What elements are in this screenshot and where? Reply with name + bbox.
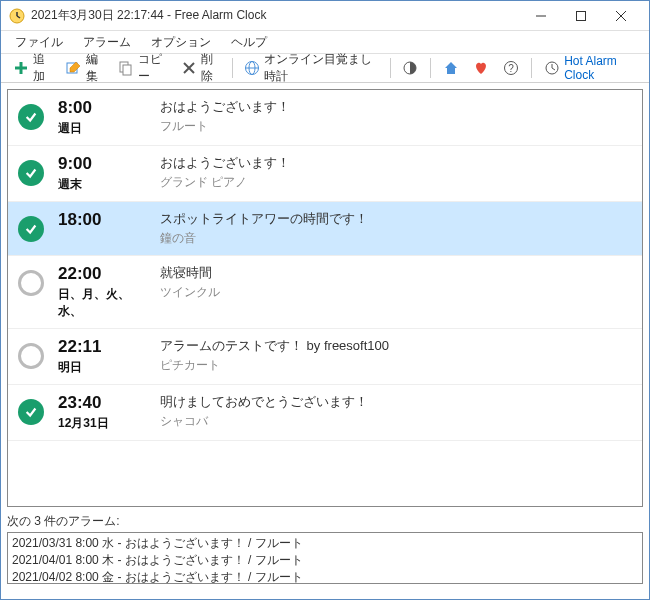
- add-label: 追加: [33, 51, 52, 85]
- time-column: 9:00週末: [58, 154, 148, 193]
- heart-button[interactable]: [467, 57, 495, 79]
- status-enabled-icon[interactable]: [18, 160, 44, 186]
- close-button[interactable]: [601, 2, 641, 30]
- next-alarms-box: 2021/03/31 8:00 水 - おはようございます！ / フルート202…: [7, 532, 643, 584]
- alarm-row[interactable]: 23:4012月31日明けましておめでとうございます！シャコバ: [8, 385, 642, 441]
- next-item: 2021/03/31 8:00 水 - おはようございます！ / フルート: [12, 535, 638, 552]
- next-item: 2021/04/01 8:00 木 - おはようございます！ / フルート: [12, 552, 638, 569]
- status-disabled-icon[interactable]: [18, 270, 44, 296]
- x-icon: [181, 60, 197, 76]
- toolbar: 追加 編集 コピー 削除 オンライン目覚まし時計 ? Hot Alarm Clo…: [1, 53, 649, 83]
- contrast-icon: [402, 60, 418, 76]
- heart-icon: [473, 60, 489, 76]
- time-column: 8:00週日: [58, 98, 148, 137]
- alarm-sound: シャコバ: [160, 413, 632, 430]
- alarm-days: 週日: [58, 120, 148, 137]
- status-enabled-icon[interactable]: [18, 216, 44, 242]
- copy-button[interactable]: コピー: [112, 48, 173, 88]
- message-column: 就寝時間ツインクル: [160, 264, 632, 301]
- alarm-time: 22:00: [58, 264, 148, 284]
- window-controls: [521, 2, 641, 30]
- status-enabled-icon[interactable]: [18, 104, 44, 130]
- separator: [430, 58, 431, 78]
- question-icon: ?: [503, 60, 519, 76]
- alarm-row[interactable]: 22:11明日アラームのテストです！ by freesoft100ピチカート: [8, 329, 642, 385]
- alarm-time: 8:00: [58, 98, 148, 118]
- alarm-days: 週末: [58, 176, 148, 193]
- alarm-sound: グランド ピアノ: [160, 174, 632, 191]
- alarm-row[interactable]: 8:00週日おはようございます！フルート: [8, 90, 642, 146]
- alarm-message: おはようございます！: [160, 154, 632, 172]
- alarm-row[interactable]: 22:00日、月、火、水、就寝時間ツインクル: [8, 256, 642, 329]
- alarm-row[interactable]: 9:00週末おはようございます！グランド ピアノ: [8, 146, 642, 202]
- delete-button[interactable]: 削除: [175, 48, 226, 88]
- alarm-message: おはようございます！: [160, 98, 632, 116]
- time-column: 23:4012月31日: [58, 393, 148, 432]
- svg-text:?: ?: [509, 63, 515, 74]
- svg-line-22: [552, 68, 555, 70]
- alarm-sound: 鐘の音: [160, 230, 632, 247]
- titlebar: 2021年3月30日 22:17:44 - Free Alarm Clock: [1, 1, 649, 31]
- status-enabled-icon[interactable]: [18, 399, 44, 425]
- alarm-days: 12月31日: [58, 415, 148, 432]
- alarm-time: 18:00: [58, 210, 148, 230]
- svg-rect-11: [123, 65, 131, 75]
- separator: [390, 58, 391, 78]
- edit-label: 編集: [86, 51, 105, 85]
- next-item: 2021/04/02 8:00 金 - おはようございます！ / フルート: [12, 569, 638, 584]
- clock-icon: [544, 60, 560, 76]
- message-column: おはようございます！フルート: [160, 98, 632, 135]
- home-icon: [443, 60, 459, 76]
- plus-icon: [13, 60, 29, 76]
- separator: [531, 58, 532, 78]
- add-button[interactable]: 追加: [7, 48, 58, 88]
- window-title: 2021年3月30日 22:17:44 - Free Alarm Clock: [31, 7, 521, 24]
- minimize-button[interactable]: [521, 2, 561, 30]
- alarm-sound: ツインクル: [160, 284, 632, 301]
- alarm-message: 明けましておめでとうございます！: [160, 393, 632, 411]
- contrast-button[interactable]: [396, 57, 424, 79]
- help-button[interactable]: ?: [497, 57, 525, 79]
- time-column: 22:11明日: [58, 337, 148, 376]
- status-disabled-icon[interactable]: [18, 343, 44, 369]
- online-button[interactable]: オンライン目覚まし時計: [238, 48, 383, 88]
- alarm-days: 日、月、火、水、: [58, 286, 148, 320]
- alarm-row[interactable]: 18:00スポットライトアワーの時間です！鐘の音: [8, 202, 642, 256]
- alarm-sound: フルート: [160, 118, 632, 135]
- maximize-button[interactable]: [561, 2, 601, 30]
- home-button[interactable]: [437, 57, 465, 79]
- message-column: アラームのテストです！ by freesoft100ピチカート: [160, 337, 632, 374]
- copy-icon: [118, 60, 134, 76]
- edit-button[interactable]: 編集: [60, 48, 111, 88]
- app-icon: [9, 8, 25, 24]
- hot-alarm-button[interactable]: Hot Alarm Clock: [538, 51, 643, 85]
- separator: [232, 58, 233, 78]
- alarm-time: 23:40: [58, 393, 148, 413]
- online-label: オンライン目覚まし時計: [264, 51, 377, 85]
- hot-label: Hot Alarm Clock: [564, 54, 637, 82]
- alarm-message: スポットライトアワーの時間です！: [160, 210, 632, 228]
- time-column: 22:00日、月、火、水、: [58, 264, 148, 320]
- delete-label: 削除: [201, 51, 220, 85]
- alarm-time: 22:11: [58, 337, 148, 357]
- message-column: スポットライトアワーの時間です！鐘の音: [160, 210, 632, 247]
- alarm-list[interactable]: 8:00週日おはようございます！フルート9:00週末おはようございます！グランド…: [7, 89, 643, 507]
- alarm-time: 9:00: [58, 154, 148, 174]
- time-column: 18:00: [58, 210, 148, 230]
- next-alarms-label: 次の 3 件のアラーム:: [7, 513, 643, 530]
- alarm-days: 明日: [58, 359, 148, 376]
- message-column: おはようございます！グランド ピアノ: [160, 154, 632, 191]
- globe-icon: [244, 60, 260, 76]
- alarm-sound: ピチカート: [160, 357, 632, 374]
- svg-rect-4: [577, 11, 586, 20]
- pencil-icon: [66, 60, 82, 76]
- alarm-message: 就寝時間: [160, 264, 632, 282]
- alarm-message: アラームのテストです！ by freesoft100: [160, 337, 632, 355]
- message-column: 明けましておめでとうございます！シャコバ: [160, 393, 632, 430]
- copy-label: コピー: [138, 51, 167, 85]
